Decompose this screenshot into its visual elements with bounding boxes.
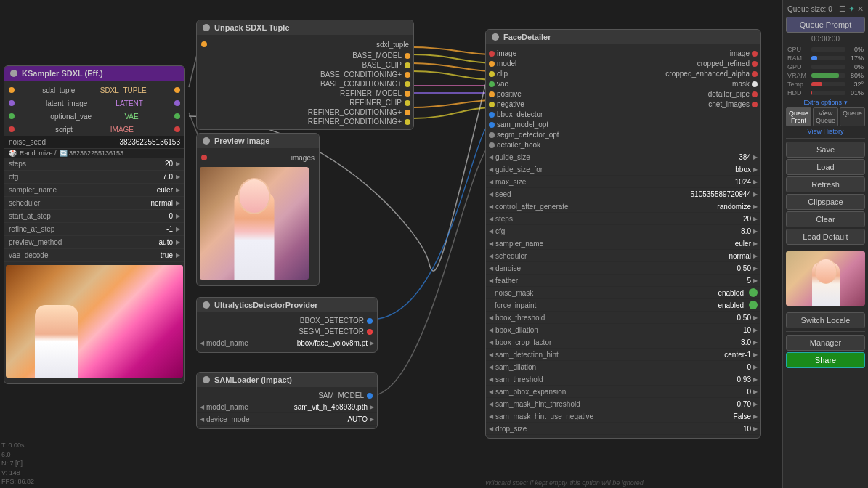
port-segm-in: segm_detector_opt xyxy=(489,130,559,139)
param-refine-step[interactable]: refine_at_step -1 ▶ xyxy=(4,223,184,236)
port-script: script IMAGE xyxy=(4,123,184,136)
param-model-name-detector[interactable]: ◀ model_name bbox/face_yolov8m.pt ▶ xyxy=(197,337,377,349)
port-vae-in: vae xyxy=(489,79,559,89)
fd-param-scheduler[interactable]: ◀ scheduler normal ▶ xyxy=(486,250,760,262)
stat-vram: VRAM 80% xyxy=(786,71,865,80)
param-model-name-sam[interactable]: ◀ model_name sam_vit_h_4b8939.pth ▶ xyxy=(197,401,377,413)
port-base-cond1-out: BASE_CONDITIONING+ xyxy=(320,70,410,79)
fd-param-drop-size[interactable]: ◀ drop_size 10 ▶ xyxy=(486,423,760,435)
fd-param-feather[interactable]: ◀ feather 5 ▶ xyxy=(486,274,760,287)
sam-body: SAM_MODEL ◀ model_name sam_vit_h_4b8939.… xyxy=(197,387,377,428)
preview-body: images xyxy=(197,148,319,285)
ksampler-thumbnail xyxy=(6,265,183,378)
port-positive-in: positive xyxy=(489,89,559,99)
fd-param-bbox-threshold[interactable]: ◀ bbox_threshold 0.50 ▶ xyxy=(486,312,760,324)
fd-param-bbox-crop[interactable]: ◀ bbox_crop_factor 3.0 ▶ xyxy=(486,336,760,349)
queue-icon-2[interactable]: ✦ xyxy=(848,4,855,14)
sam-dot xyxy=(203,376,210,383)
port-dot-sdxl-tuple-out xyxy=(174,87,180,93)
ksampler-dot xyxy=(10,70,17,77)
divider-1 xyxy=(786,138,865,139)
unpack-body: sdxl_tuple BASE_MODEL BASE_CLIP BASE_CON… xyxy=(197,35,413,129)
canvas-area[interactable]: KSampler SDXL (Eff.) sdxl_tuple SDXL_TUP… xyxy=(0,0,782,488)
fd-param-sam-mask-hint[interactable]: ◀ sam_mask_hint_threshold 0.70 ▶ xyxy=(486,398,760,410)
port-dot-latent-in xyxy=(9,100,15,106)
fd-param-guide-size[interactable]: ◀ guide_size 384 ▶ xyxy=(486,151,760,163)
fd-param-control-after[interactable]: ◀ control_after_generate randomize ▶ xyxy=(486,200,760,213)
param-sampler-name[interactable]: sampler_name euler ▶ xyxy=(4,184,184,197)
fd-param-seed[interactable]: ◀ seed 510535589720944 ▶ xyxy=(486,188,760,200)
switch-locale-button[interactable]: Switch Locale xyxy=(786,312,865,328)
port-image-out: image xyxy=(730,49,758,58)
refresh-button[interactable]: Refresh xyxy=(786,176,865,192)
port-image-in: image xyxy=(489,49,559,58)
divider-3 xyxy=(786,309,865,309)
clipspace-button[interactable]: Clipspace xyxy=(786,194,865,210)
port-sdxl-tuple: sdxl_tuple SDXL_TUPLE xyxy=(4,84,184,97)
queue-size-row: Queue size: 0 ☰ ✦ ✕ xyxy=(786,3,865,15)
param-scheduler[interactable]: scheduler normal ▶ xyxy=(4,197,184,210)
ksampler-body: sdxl_tuple SDXL_TUPLE latent_image LATEN… xyxy=(4,81,184,383)
param-vae-decode[interactable]: vae_decode true ▶ xyxy=(4,249,184,262)
share-button[interactable]: Share xyxy=(786,352,865,368)
fd-param-force-inpaint[interactable]: force_inpaint enabled xyxy=(486,299,760,312)
param-steps[interactable]: steps 20 ▶ xyxy=(4,158,184,171)
queue-prompt-button[interactable]: Queue Prompt xyxy=(786,17,865,33)
fd-param-steps[interactable]: ◀ steps 20 ▶ xyxy=(486,213,760,225)
param-device-mode[interactable]: ◀ device_mode AUTO ▶ xyxy=(197,413,377,426)
fd-param-sam-hint[interactable]: ◀ sam_detection_hint center-1 ▶ xyxy=(486,349,760,361)
port-dot-vae-out xyxy=(174,113,180,119)
param-cfg[interactable]: cfg 7.0 ▶ xyxy=(4,171,184,184)
fd-param-denoise[interactable]: ◀ denoise 0.50 ▶ xyxy=(486,262,760,274)
detector-dot xyxy=(203,301,210,309)
fd-param-guide-size-for[interactable]: ◀ guide_size_for bbox ▶ xyxy=(486,163,760,176)
face-detailer-node: FaceDetailer image model clip xyxy=(485,29,761,439)
sidebar-thumbnail xyxy=(786,251,865,306)
tab-queue-front[interactable]: Queue Front xyxy=(786,107,811,126)
divider-4 xyxy=(786,331,865,332)
detector-header: UltralyticsDetectorProvider xyxy=(197,298,377,312)
load-button[interactable]: Load xyxy=(786,159,865,175)
tab-queue[interactable]: Queue xyxy=(840,107,865,126)
fd-param-bbox-dilation[interactable]: ◀ bbox_dilation 10 ▶ xyxy=(486,324,760,336)
preview-image xyxy=(200,167,309,280)
fd-param-sam-mask-neg[interactable]: ◀ sam_mask_hint_use_negative False ▶ xyxy=(486,410,760,423)
fd-param-noise-mask[interactable]: noise_mask enabled xyxy=(486,287,760,299)
queue-icon-3[interactable]: ✕ xyxy=(857,4,864,14)
divider-2 xyxy=(786,248,865,248)
extra-options[interactable]: Extra options ▾ xyxy=(786,99,865,106)
load-default-button[interactable]: Load Default xyxy=(786,229,865,245)
queue-time: 00:00:00 xyxy=(786,34,865,44)
fd-param-sampler[interactable]: ◀ sampler_name euler ▶ xyxy=(486,237,760,250)
fd-param-cfg[interactable]: ◀ cfg 8.0 ▶ xyxy=(486,225,760,237)
param-preview-method[interactable]: preview_method auto ▶ xyxy=(4,236,184,249)
port-clip-in: clip xyxy=(489,69,559,78)
param-start-step[interactable]: start_at_step 0 ▶ xyxy=(4,210,184,223)
fd-param-sam-threshold[interactable]: ◀ sam_threshold 0.93 ▶ xyxy=(486,373,760,386)
stat-temp: Temp 32° xyxy=(786,80,865,89)
queue-icon-1[interactable]: ☰ xyxy=(839,4,846,14)
port-sdxl-in: sdxl_tuple xyxy=(197,38,413,51)
manager-button[interactable]: Manager xyxy=(786,335,865,351)
fd-param-sam-bbox-exp[interactable]: ◀ sam_bbox_expansion 0 ▶ xyxy=(486,386,760,398)
port-sam-model-out: SAM_MODEL xyxy=(197,390,377,401)
fd-param-sam-dilation[interactable]: ◀ sam_dilation 0 ▶ xyxy=(486,361,760,373)
stat-cpu: CPU 0% xyxy=(786,45,865,54)
port-detailer-pipe-out: detailer_pipe xyxy=(708,89,758,99)
tab-view-queue[interactable]: View Queue xyxy=(813,107,838,126)
unpack-title: Unpack SDXL Tuple xyxy=(214,23,290,32)
clear-button[interactable]: Clear xyxy=(786,211,865,227)
unpack-header: Unpack SDXL Tuple xyxy=(197,20,413,35)
port-refiner-cond1-out: REFINER_CONDITIONING+ xyxy=(308,107,410,117)
port-dot-images xyxy=(201,155,207,160)
stat-ram: RAM 17% xyxy=(786,54,865,62)
view-history[interactable]: View History xyxy=(786,128,865,135)
sam-node: SAMLoader (Impact) SAM_MODEL ◀ model_nam… xyxy=(196,372,378,429)
preview-title: Preview Image xyxy=(214,137,269,145)
save-button[interactable]: Save xyxy=(786,142,865,158)
preview-header: Preview Image xyxy=(197,134,319,148)
port-mask-out: mask xyxy=(732,79,758,89)
unpack-node: Unpack SDXL Tuple sdxl_tuple BASE_MODEL … xyxy=(196,20,414,130)
port-refiner-clip-out: REFINER_CLIP xyxy=(349,98,410,107)
fd-param-max-size[interactable]: ◀ max_size 1024 ▶ xyxy=(486,176,760,188)
